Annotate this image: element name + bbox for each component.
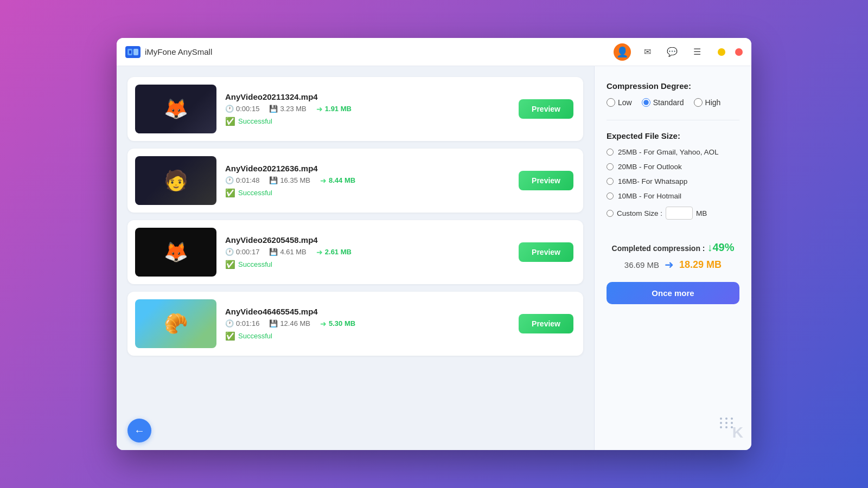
svg-rect-2 xyxy=(129,50,131,54)
custom-size-label: Custom Size : xyxy=(617,209,662,217)
custom-size-row: Custom Size : MB xyxy=(607,207,739,220)
settings-panel: Compression Degree: Low Standard High Ex… xyxy=(594,66,751,450)
duration-meta: 🕐 0:00:17 xyxy=(225,248,259,256)
arrow-meta: ➜ 1.91 MB xyxy=(316,105,352,113)
menu-button[interactable]: ☰ xyxy=(688,43,706,61)
filesize-20mb-label: 20MB - For Outlook xyxy=(618,163,682,171)
size-before-meta: 💾 12.46 MB xyxy=(269,319,310,328)
duration-value: 0:00:17 xyxy=(236,248,259,256)
check-icon: ✅ xyxy=(225,188,235,198)
size-after-value: 1.91 MB xyxy=(325,105,352,113)
check-icon: ✅ xyxy=(225,260,235,269)
file-size-10mb[interactable]: 10MB - For Hotmail xyxy=(607,192,739,200)
size-before-meta: 💾 3.23 MB xyxy=(269,105,306,113)
arrow-right-icon: ➜ xyxy=(316,248,323,256)
thumbnail-placeholder: 🧑 xyxy=(135,156,216,205)
video-info: AnyVideo26205458.mp4 🕐 0:00:17 💾 4.61 MB xyxy=(225,235,510,269)
radio-standard[interactable]: Standard xyxy=(642,98,684,107)
app-icon xyxy=(125,46,141,58)
custom-size-unit: MB xyxy=(696,209,707,217)
filesize-16mb-input[interactable] xyxy=(607,178,614,185)
preview-button[interactable]: Preview xyxy=(519,99,573,119)
preview-button[interactable]: Preview xyxy=(519,242,573,262)
preview-button[interactable]: Preview xyxy=(519,171,573,190)
duration-value: 0:01:16 xyxy=(236,319,259,328)
filesize-25mb-label: 25MB - For Gmail, Yahoo, AOL xyxy=(618,148,719,156)
status-badge: ✅ Successful xyxy=(225,117,510,126)
watermark-k: K xyxy=(732,424,743,441)
video-info: AnyVideo20212636.mp4 🕐 0:01:48 💾 16.35 M… xyxy=(225,164,510,198)
radio-high[interactable]: High xyxy=(694,98,721,107)
close-button[interactable] xyxy=(735,48,743,56)
thumbnail-placeholder: 🥐 xyxy=(135,299,216,348)
chat-button[interactable]: 💬 xyxy=(663,43,681,61)
duration-meta: 🕐 0:01:48 xyxy=(225,176,259,184)
filesize-20mb-input[interactable] xyxy=(607,163,614,170)
video-info: AnyVideo20211324.mp4 🕐 0:00:15 💾 3.23 MB xyxy=(225,92,510,126)
video-thumbnail: 🧑 xyxy=(135,156,216,205)
filesize-custom-input[interactable] xyxy=(607,210,614,217)
clock-icon: 🕐 xyxy=(225,319,234,328)
filesize-10mb-label: 10MB - For Hotmail xyxy=(618,192,681,200)
thumbnail-placeholder: 🦊 xyxy=(135,85,216,133)
video-thumbnail: 🦊 xyxy=(135,228,216,277)
file-size-20mb[interactable]: 20MB - For Outlook xyxy=(607,163,739,171)
size-arrow-icon: ➜ xyxy=(665,258,674,271)
avatar-button[interactable]: 👤 xyxy=(614,43,631,61)
video-card: 🥐 AnyVideo46465545.mp4 🕐 0:01:16 💾 12.46 xyxy=(127,292,583,356)
size-before-meta: 💾 16.35 MB xyxy=(269,176,310,184)
arrow-meta: ➜ 2.61 MB xyxy=(316,248,352,256)
size-before-value: 12.46 MB xyxy=(280,319,310,328)
video-thumbnail: 🥐 xyxy=(135,299,216,348)
minimize-button[interactable] xyxy=(718,48,725,56)
file-icon: 💾 xyxy=(269,105,278,113)
app-title: iMyFone AnySmall xyxy=(145,47,212,56)
size-original: 36.69 MB xyxy=(624,260,659,269)
size-after-value: 8.44 MB xyxy=(329,176,355,184)
filesize-25mb-input[interactable] xyxy=(607,149,614,156)
compression-sizes: 36.69 MB ➜ 18.29 MB xyxy=(607,258,739,271)
size-before-meta: 💾 4.61 MB xyxy=(269,248,306,256)
arrow-right-icon: ➜ xyxy=(316,105,323,113)
status-badge: ✅ Successful xyxy=(225,260,510,269)
compression-percentage: ↓49% xyxy=(707,241,734,253)
radio-standard-input[interactable] xyxy=(642,98,650,107)
file-size-25mb[interactable]: 25MB - For Gmail, Yahoo, AOL xyxy=(607,148,739,156)
size-before-value: 16.35 MB xyxy=(280,176,310,184)
expected-file-size-title: Expected File Size: xyxy=(607,131,739,140)
once-more-button[interactable]: Once more xyxy=(607,282,739,304)
radio-low-input[interactable] xyxy=(607,98,615,107)
video-list-panel: 🦊 AnyVideo20211324.mp4 🕐 0:00:15 💾 3.23 … xyxy=(117,66,594,411)
app-logo: iMyFone AnySmall xyxy=(125,46,212,58)
video-card: 🧑 AnyVideo20212636.mp4 🕐 0:01:48 💾 16.35 xyxy=(127,149,583,213)
back-button[interactable]: ← xyxy=(127,419,151,442)
file-icon: 💾 xyxy=(269,248,278,256)
custom-size-value-input[interactable] xyxy=(666,207,693,220)
radio-low[interactable]: Low xyxy=(607,98,632,107)
svg-rect-1 xyxy=(133,49,138,55)
status-text: Successful xyxy=(238,260,272,268)
video-name: AnyVideo20212636.mp4 xyxy=(225,164,510,173)
check-icon: ✅ xyxy=(225,331,235,341)
compression-degree-group: Low Standard High xyxy=(607,98,739,107)
video-meta: 🕐 0:00:15 💾 3.23 MB ➜ 1.91 MB xyxy=(225,105,510,113)
arrow-right-icon: ➜ xyxy=(320,176,327,185)
filesize-10mb-input[interactable] xyxy=(607,192,614,200)
back-btn-container: ← xyxy=(117,411,594,450)
file-icon: 💾 xyxy=(269,319,278,328)
video-thumbnail: 🦊 xyxy=(135,85,216,133)
size-before-value: 4.61 MB xyxy=(280,248,306,256)
file-size-16mb[interactable]: 16MB- For Whatsapp xyxy=(607,177,739,185)
status-badge: ✅ Successful xyxy=(225,331,510,341)
completed-compression-text: Completed compression : xyxy=(612,244,707,253)
video-meta: 🕐 0:00:17 💾 4.61 MB ➜ 2.61 MB xyxy=(225,248,510,256)
titlebar-actions: 👤 ✉ 💬 ☰ xyxy=(614,43,743,61)
mail-button[interactable]: ✉ xyxy=(639,43,656,61)
status-text: Successful xyxy=(238,117,272,125)
duration-meta: 🕐 0:01:16 xyxy=(225,319,259,328)
arrow-right-icon: ➜ xyxy=(320,319,327,328)
radio-high-input[interactable] xyxy=(694,98,703,107)
preview-button[interactable]: Preview xyxy=(519,314,573,333)
duration-value: 0:00:15 xyxy=(236,105,259,113)
clock-icon: 🕐 xyxy=(225,248,234,256)
